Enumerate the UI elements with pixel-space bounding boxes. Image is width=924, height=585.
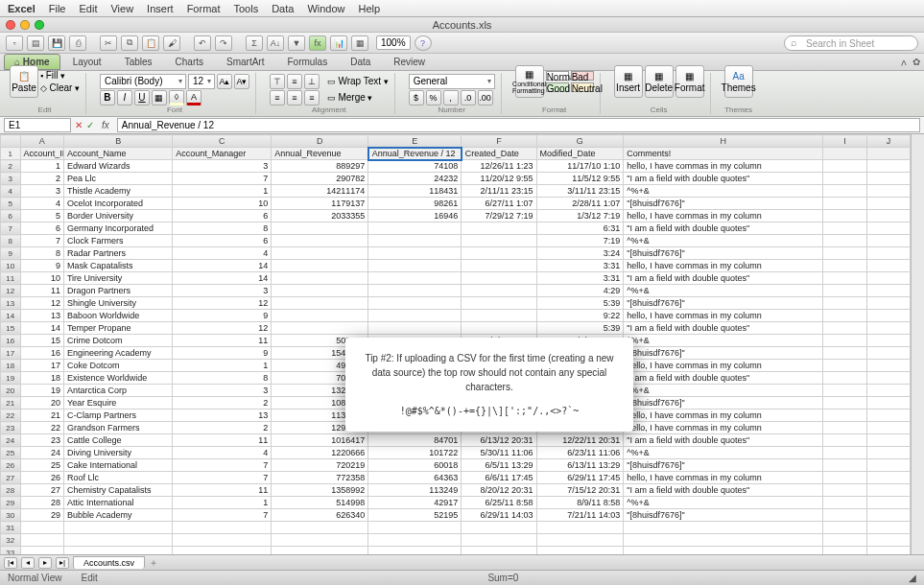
paste-icon[interactable]: 📋 bbox=[142, 35, 159, 51]
number-format-select[interactable]: General bbox=[409, 74, 495, 89]
currency-icon[interactable]: $ bbox=[409, 90, 424, 105]
menu-format[interactable]: Format bbox=[187, 3, 221, 14]
menu-tools[interactable]: Tools bbox=[233, 3, 258, 14]
row-header[interactable]: 4 bbox=[1, 185, 21, 198]
italic-button[interactable]: I bbox=[117, 90, 132, 105]
col-header-G[interactable]: G bbox=[536, 135, 624, 148]
ribbon-collapse-icon[interactable]: ʌ bbox=[901, 57, 907, 67]
cell[interactable]: Account_Name bbox=[63, 148, 172, 160]
fx-icon[interactable]: fx bbox=[309, 35, 326, 51]
zoom-icon[interactable] bbox=[35, 20, 44, 30]
print-icon[interactable]: ⎙ bbox=[69, 35, 86, 51]
font-size-select[interactable]: 12 bbox=[188, 74, 215, 89]
delete-cells-button[interactable]: ▦Delete bbox=[645, 65, 674, 98]
merge-button[interactable]: ▭ Merge ▾ bbox=[327, 92, 372, 103]
tab-tables[interactable]: Tables bbox=[114, 54, 163, 70]
col-header-J[interactable]: J bbox=[866, 135, 910, 148]
add-sheet-icon[interactable]: ＋ bbox=[149, 556, 158, 570]
row-header[interactable]: 6 bbox=[1, 210, 21, 222]
row-header[interactable]: 19 bbox=[1, 372, 21, 385]
cut-icon[interactable]: ✂ bbox=[100, 35, 117, 51]
row-header[interactable]: 33 bbox=[1, 547, 21, 555]
open-icon[interactable]: ▤ bbox=[27, 35, 44, 51]
menu-edit[interactable]: Edit bbox=[79, 3, 97, 14]
row-header[interactable]: 5 bbox=[1, 198, 21, 210]
align-left-icon[interactable]: ≡ bbox=[270, 90, 285, 105]
tab-first-icon[interactable]: |◂ bbox=[4, 557, 17, 569]
resize-grip-icon[interactable]: ◢ bbox=[909, 573, 916, 583]
cell[interactable]: Modified_Date bbox=[536, 148, 624, 160]
row-header[interactable]: 14 bbox=[1, 310, 21, 322]
cell[interactable]: Created_Date bbox=[462, 148, 536, 160]
cell[interactable]: Annual_Revenue bbox=[272, 148, 368, 160]
col-header-B[interactable]: B bbox=[63, 135, 172, 148]
menu-excel[interactable]: Excel bbox=[8, 3, 36, 14]
tab-layout[interactable]: Layout bbox=[62, 54, 112, 70]
align-center-icon[interactable]: ≡ bbox=[287, 90, 302, 105]
align-top-icon[interactable]: ⊤ bbox=[270, 74, 285, 89]
row-header[interactable]: 27 bbox=[1, 472, 21, 484]
zoom-select[interactable]: 100% bbox=[376, 35, 411, 50]
row-header[interactable]: 9 bbox=[1, 247, 21, 260]
redo-icon[interactable]: ↷ bbox=[215, 35, 232, 51]
menu-view[interactable]: View bbox=[110, 3, 133, 14]
comma-icon[interactable]: , bbox=[443, 90, 459, 105]
row-header[interactable]: 12 bbox=[1, 285, 21, 297]
row-header[interactable]: 28 bbox=[1, 484, 21, 497]
row-header[interactable]: 21 bbox=[1, 397, 21, 410]
autosum-icon[interactable]: Σ bbox=[246, 35, 263, 51]
increase-decimal-icon[interactable]: .0 bbox=[461, 90, 476, 105]
conditional-formatting-button[interactable]: ▦Conditional Formatting bbox=[515, 65, 544, 98]
fill-button[interactable]: ▪ Fill ▾ bbox=[40, 70, 80, 81]
align-middle-icon[interactable]: ≡ bbox=[287, 74, 302, 89]
cell[interactable]: Account_Manager bbox=[173, 148, 272, 160]
select-all[interactable] bbox=[1, 135, 21, 148]
row-header[interactable]: 32 bbox=[1, 534, 21, 547]
row-header[interactable]: 30 bbox=[1, 509, 21, 522]
style-neutral[interactable]: Neutral bbox=[571, 82, 594, 92]
row-header[interactable]: 1 bbox=[1, 148, 21, 160]
row-header[interactable]: 8 bbox=[1, 235, 21, 247]
percent-icon[interactable]: % bbox=[426, 90, 441, 105]
style-normal[interactable]: Normal bbox=[546, 71, 569, 81]
formula-input[interactable]: Annual_Revenue / 12 bbox=[117, 118, 920, 132]
insert-cells-button[interactable]: ▦Insert bbox=[614, 65, 643, 98]
minimize-icon[interactable] bbox=[20, 20, 30, 30]
row-header[interactable]: 26 bbox=[1, 459, 21, 472]
col-header-D[interactable]: D bbox=[272, 135, 368, 148]
tab-review[interactable]: Review bbox=[383, 54, 436, 70]
cell[interactable]: Annual_Revenue / 12 bbox=[368, 148, 462, 160]
menu-insert[interactable]: Insert bbox=[147, 3, 174, 14]
font-color-button[interactable]: A bbox=[186, 90, 201, 105]
accept-formula-icon[interactable]: ✓ bbox=[86, 120, 94, 130]
sort-icon[interactable]: A↓ bbox=[267, 35, 284, 51]
font-name-select[interactable]: Calibri (Body) bbox=[100, 74, 186, 89]
help-icon[interactable]: ? bbox=[415, 35, 432, 51]
row-header[interactable]: 11 bbox=[1, 272, 21, 285]
align-bottom-icon[interactable]: ⊥ bbox=[304, 74, 320, 89]
row-header[interactable]: 24 bbox=[1, 434, 21, 447]
tab-next-icon[interactable]: ▸ bbox=[38, 557, 52, 569]
col-header-F[interactable]: F bbox=[462, 135, 536, 148]
tab-smartart[interactable]: SmartArt bbox=[216, 54, 274, 70]
format-cells-button[interactable]: ▦Format bbox=[675, 65, 704, 98]
menu-window[interactable]: Window bbox=[307, 3, 344, 14]
tab-prev-icon[interactable]: ◂ bbox=[21, 557, 35, 569]
align-right-icon[interactable]: ≡ bbox=[304, 90, 320, 105]
row-header[interactable]: 20 bbox=[1, 385, 21, 397]
row-header[interactable]: 22 bbox=[1, 410, 21, 422]
sheet-tab[interactable]: Accounts.csv bbox=[73, 556, 145, 569]
row-header[interactable]: 31 bbox=[1, 522, 21, 534]
menu-data[interactable]: Data bbox=[272, 3, 294, 14]
col-header-E[interactable]: E bbox=[368, 135, 462, 148]
col-header-H[interactable]: H bbox=[624, 135, 823, 148]
filter-icon[interactable]: ▼ bbox=[288, 35, 305, 51]
row-header[interactable]: 18 bbox=[1, 360, 21, 372]
row-header[interactable]: 17 bbox=[1, 347, 21, 360]
row-header[interactable]: 13 bbox=[1, 297, 21, 310]
col-header-C[interactable]: C bbox=[173, 135, 272, 148]
new-icon[interactable]: ▫ bbox=[6, 35, 23, 51]
chart-icon[interactable]: 📊 bbox=[330, 35, 347, 51]
row-header[interactable]: 16 bbox=[1, 335, 21, 347]
cell[interactable]: Comments! bbox=[624, 148, 823, 160]
